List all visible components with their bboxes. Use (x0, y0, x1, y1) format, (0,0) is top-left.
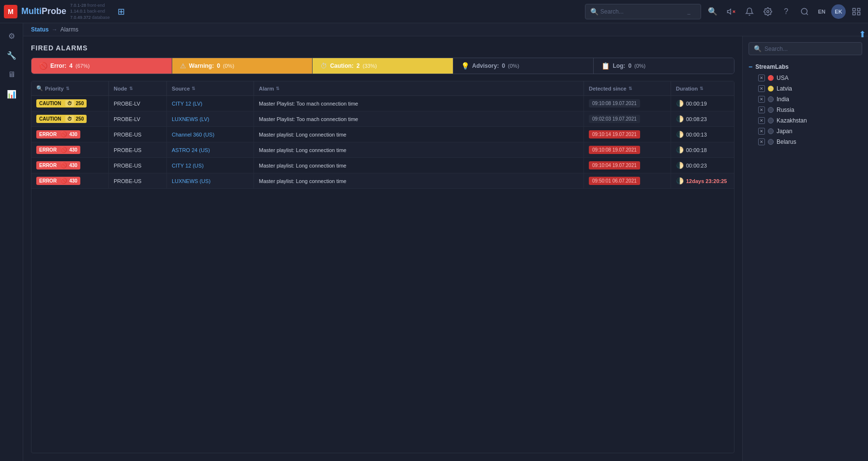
tree-checkbox-japan[interactable]: ✕ (758, 128, 765, 135)
tree-checkbox-india[interactable]: ✕ (758, 96, 765, 103)
more-icon[interactable] (849, 4, 864, 19)
bell-icon[interactable] (742, 4, 757, 19)
tree-collapse-icon[interactable]: − (748, 63, 752, 71)
th-duration[interactable]: Duration ⇅ (671, 81, 734, 95)
tree-item-japan[interactable]: ✕ Japan (748, 126, 862, 137)
language-selector[interactable]: EN (815, 7, 828, 16)
tree-item-latvia[interactable]: ✕ ⏱ Latvia (748, 83, 862, 94)
global-search-input[interactable] (600, 8, 688, 15)
td-detected: 09:10:08 19.07.2021 (584, 142, 671, 157)
tree-checkbox-russia[interactable]: ✕ (758, 107, 765, 113)
td-detected: 09:50:01 06.07.2021 (584, 173, 671, 188)
breadcrumb-alarms: Alarms (60, 26, 78, 33)
tree-root[interactable]: − StreamLabs (748, 61, 862, 73)
right-search-icon: 🔍 (754, 45, 762, 52)
sidebar-tools-icon[interactable]: 🔧 (3, 46, 20, 64)
mute-icon[interactable] (723, 4, 739, 19)
th-source[interactable]: Source ⇅ (167, 81, 254, 95)
table-row[interactable]: ERROR 🚫 430 PROBE-US ASTRO 24 (US) Maste… (31, 142, 734, 158)
td-source[interactable]: LUXNEWS (US) (167, 173, 254, 188)
priority-badge-caution: CAUTION ⏱ 250 (36, 99, 87, 108)
th-alarm[interactable]: Alarm ⇅ (254, 81, 584, 95)
sort-duration-icon: ⇅ (700, 86, 703, 91)
status-dot-kazakhstan (768, 118, 774, 123)
search-toggle-icon[interactable]: 🔍 (705, 4, 720, 19)
sidebar-monitor-icon[interactable]: 🖥 (3, 66, 20, 83)
sidebar-settings-icon[interactable]: ⚙ (3, 27, 20, 45)
td-source[interactable]: Channel 360 (US) (167, 127, 254, 142)
tree-item-belarus[interactable]: ✕ Belarus (748, 137, 862, 147)
tree-item-usa[interactable]: ✕ 🚫 USA (748, 73, 862, 83)
breadcrumb: Status → Alarms (23, 23, 868, 36)
tree-item-india[interactable]: ✕ India (748, 94, 862, 105)
td-detected: 09:10:14 19.07.2021 (584, 127, 671, 142)
status-dot-latvia: ⏱ (768, 86, 774, 92)
td-duration: 🌓00:08:23 (671, 111, 734, 126)
priority-badge-caution: CAUTION ⏱ 250 (36, 115, 87, 123)
td-priority: ERROR 🚫 430 (31, 127, 109, 142)
tree-checkbox-belarus[interactable]: ✕ (758, 138, 765, 145)
td-node: PROBE-US (109, 142, 167, 157)
svg-line-4 (806, 13, 808, 15)
table-row[interactable]: ERROR 🚫 430 PROBE-US CITY 12 (US) Master… (31, 158, 734, 173)
log-icon: 📋 (601, 62, 610, 70)
advisory-pill[interactable]: 💡 Advisory: 0 (0%) (453, 58, 594, 74)
right-panel: 🔍 − StreamLabs ✕ 🚫 USA ✕ ⏱ Latvi (742, 36, 868, 461)
table-row[interactable]: CAUTION ⏱ 250 PROBE-LV CITY 12 (LV) Mast… (31, 96, 734, 111)
td-duration: 🌓12days 23:20:25 (671, 173, 734, 188)
td-source[interactable]: ASTRO 24 (US) (167, 142, 254, 157)
status-dot-japan (768, 128, 774, 134)
warning-pill[interactable]: ⚠ Warning: 0 (0%) (172, 58, 313, 74)
right-search-box: 🔍 (748, 42, 862, 55)
page-title: FIRED ALARMS (31, 44, 734, 52)
td-source[interactable]: LUXNEWS (LV) (167, 111, 254, 126)
td-source[interactable]: CITY 12 (US) (167, 158, 254, 173)
svg-point-3 (801, 8, 807, 14)
tree-checkbox-kazakhstan[interactable]: ✕ (758, 117, 765, 124)
global-search-box: 🔍 _ (585, 4, 701, 19)
search-cursor: _ (688, 9, 690, 15)
right-search-input[interactable] (764, 46, 857, 52)
grid-icon[interactable]: ⊞ (118, 6, 125, 17)
alarms-table: 🔍 Priority ⇅ Node ⇅ Source ⇅ Alarm ⇅ Det… (31, 81, 734, 453)
caution-icon: ⏱ (320, 62, 327, 70)
main-layout: ⚙ 🔧 🖥 📊 Status → Alarms FIRED ALARMS 🚫 E… (0, 23, 868, 461)
sidebar-chart-icon[interactable]: 📊 (3, 85, 20, 103)
settings-gear-icon[interactable] (760, 4, 776, 19)
tree-checkbox-usa[interactable]: ✕ (758, 75, 765, 81)
th-detected[interactable]: Detected since ⇅ (584, 81, 671, 95)
td-duration: 🌓00:00:18 (671, 142, 734, 157)
tree-item-russia[interactable]: ✕ Russia (748, 105, 862, 115)
priority-badge-error: ERROR 🚫 430 (36, 146, 80, 154)
status-dot-usa: 🚫 (768, 75, 774, 81)
tree-checkbox-latvia[interactable]: ✕ (758, 85, 765, 92)
help-icon[interactable]: ? (778, 4, 794, 19)
version-info: 7.0.1-28 front-end 1.14.0.1 back-end 7.0… (70, 2, 110, 21)
main-content: Status → Alarms FIRED ALARMS 🚫 Error: 4 … (23, 23, 868, 461)
status-dot-india (768, 96, 774, 102)
td-priority: CAUTION ⏱ 250 (31, 111, 109, 126)
breadcrumb-status[interactable]: Status (31, 26, 49, 33)
table-row[interactable]: CAUTION ⏱ 250 PROBE-LV LUXNEWS (LV) Mast… (31, 111, 734, 127)
log-pill[interactable]: 📋 Log: 0 (0%) (594, 58, 734, 74)
left-panel: FIRED ALARMS 🚫 Error: 4 (67%) ⚠ Warning:… (23, 36, 742, 461)
svg-rect-7 (853, 12, 855, 15)
th-node[interactable]: Node ⇅ (109, 81, 167, 95)
search2-icon[interactable] (797, 4, 812, 19)
user-avatar[interactable]: EK (831, 4, 846, 19)
td-source[interactable]: CITY 12 (LV) (167, 96, 254, 111)
sort-source-icon: ⇅ (192, 86, 195, 91)
scroll-up-arrow[interactable]: ⬆ (859, 29, 866, 40)
breadcrumb-arrow: → (52, 26, 58, 33)
table-row[interactable]: ERROR 🚫 430 PROBE-US Channel 360 (US) Ma… (31, 127, 734, 142)
th-priority[interactable]: 🔍 Priority ⇅ (31, 81, 109, 95)
td-priority: CAUTION ⏱ 250 (31, 96, 109, 111)
td-alarm: Master playlist: Long connection time (254, 173, 584, 188)
sidebar: ⚙ 🔧 🖥 📊 (0, 23, 23, 461)
tree-item-kazakhstan[interactable]: ✕ Kazakhstan (748, 115, 862, 126)
error-pill[interactable]: 🚫 Error: 4 (67%) (31, 58, 172, 74)
caution-pill[interactable]: ⏱ Caution: 2 (33%) (313, 58, 453, 74)
table-row[interactable]: ERROR 🚫 430 PROBE-US LUXNEWS (US) Master… (31, 173, 734, 189)
priority-badge-error: ERROR 🚫 430 (36, 130, 80, 138)
priority-badge-error: ERROR 🚫 430 (36, 177, 80, 185)
